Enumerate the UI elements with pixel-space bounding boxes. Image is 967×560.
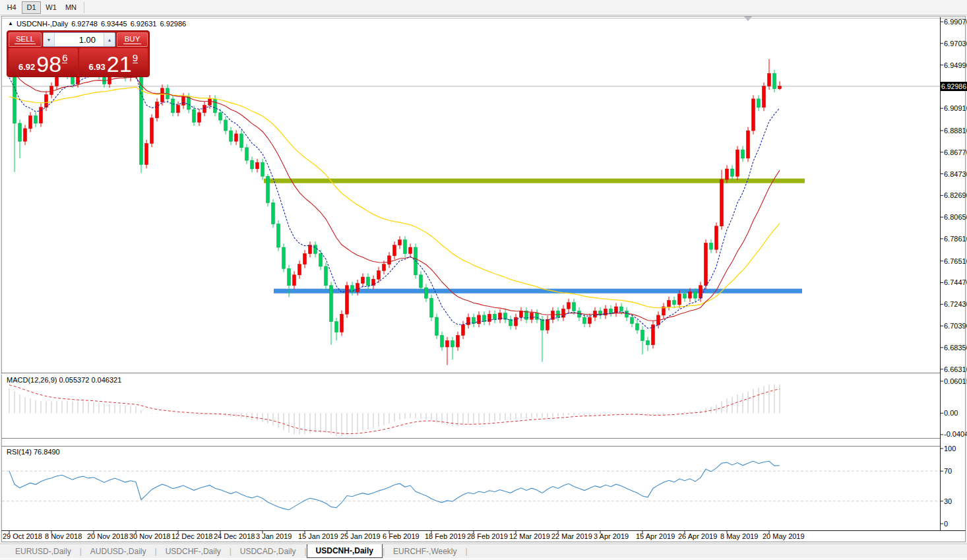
price-tick-label: 6.99070 [944, 18, 967, 26]
timeframe-button-d1[interactable]: D1 [22, 1, 41, 14]
collapse-panel-icon[interactable]: ▲ [8, 20, 13, 26]
buy-price-small: 6.93 [89, 62, 106, 72]
price-tick-label: 6.82690 [944, 191, 967, 199]
rsi-label: RSI(14) 76.8490 [7, 448, 60, 456]
date-tick-label: 25 Jan 2019 [340, 532, 381, 540]
chart-tab-usdcad-daily[interactable]: USDCAD-,Daily [232, 544, 305, 558]
price-tick-label: 6.97030 [944, 40, 967, 47]
date-tick-label: 8 May 2019 [720, 532, 758, 540]
date-tick-label: 3 Jan 2019 [256, 532, 292, 540]
ohlc-high: 6.93445 [101, 20, 127, 28]
date-tick-label: 26 Apr 2019 [678, 532, 717, 540]
volume-increase-icon[interactable]: ▲ [104, 33, 115, 46]
date-tick-label: 18 Feb 2019 [425, 532, 466, 540]
ohlc-close: 6.92986 [160, 20, 186, 28]
buy-quote: 6.93 21 9 [79, 48, 148, 77]
price-tick-label: 6.74470 [944, 278, 967, 286]
macd-value-main: 0.055372 [59, 376, 89, 384]
price-tick-label: 6.78610 [944, 235, 967, 243]
price-tick-label: 6.76510 [944, 257, 967, 265]
date-tick-label: 3 Apr 2019 [594, 532, 629, 540]
date-tick-label: 8 Nov 2018 [45, 532, 82, 540]
date-tick-label: 20 May 2019 [763, 532, 805, 540]
chart-symbol-period: USDCNH-,Daily [16, 20, 68, 28]
price-tick-label: 6.90910 [944, 104, 967, 112]
date-tick-label: 28 Feb 2019 [467, 532, 508, 540]
volume-spinner: ▼ ▲ [43, 32, 115, 47]
macd-tick-label: 0.060159 [944, 377, 967, 385]
timeframe-toolbar: H4D1W1MN [0, 0, 967, 15]
date-tick-label: 24 Dec 2018 [214, 532, 255, 540]
price-tick-label: 6.80650 [944, 213, 967, 221]
date-tick-label: 15 Apr 2019 [636, 532, 675, 540]
volume-input[interactable] [55, 33, 104, 46]
volume-decrease-icon[interactable]: ▼ [44, 33, 55, 46]
rsi-tick-label: 100 [944, 445, 956, 452]
chart-window[interactable] [1, 16, 966, 542]
sell-price-small: 6.92 [18, 62, 35, 72]
toolbar-separator [84, 2, 84, 13]
macd-tick-label: -0.040407 [944, 430, 967, 438]
one-click-trade-panel: SELL ▼ ▲ BUY 6.92 98 6 6.93 21 9 [7, 30, 150, 77]
chart-tab-bar: EURUSD-,Daily|AUDUSD-,Daily|USDCHF-,Dail… [0, 544, 967, 558]
macd-tick-label: 0.00 [944, 409, 958, 417]
sell-button[interactable]: SELL [9, 32, 42, 47]
buy-price-pip: 9 [133, 53, 138, 63]
price-tick-label: 6.86770 [944, 148, 967, 156]
current-price-label: 6.92986 [941, 82, 967, 91]
date-tick-label: 29 Oct 2018 [3, 532, 42, 540]
chart-shift-marker-icon [744, 16, 752, 21]
sell-price-big: 98 [36, 54, 61, 74]
chart-tab-eurusd-daily[interactable]: EURUSD-,Daily [7, 544, 80, 558]
buy-button[interactable]: BUY [117, 32, 148, 47]
price-tick-label: 6.72430 [944, 300, 967, 308]
date-tick-label: 15 Jan 2019 [298, 532, 338, 540]
price-tick-label: 6.68350 [944, 344, 967, 352]
chart-tab-audusd-daily[interactable]: AUDUSD-,Daily [82, 544, 155, 558]
date-tick-label: 30 Nov 2018 [129, 532, 170, 540]
date-tick-label: 12 Dec 2018 [172, 532, 212, 540]
timeframe-button-mn[interactable]: MN [61, 1, 80, 14]
price-tick-label: 6.88810 [944, 127, 967, 135]
chart-tab-eurchf-weekly[interactable]: EURCHF-,Weekly [385, 544, 465, 558]
rsi-tick-label: 30 [944, 497, 952, 505]
ohlc-open: 6.92748 [71, 20, 98, 28]
macd-value-signal: 0.046321 [91, 376, 121, 384]
macd-label: MACD(12,26,9) 0.055372 0.046321 [7, 376, 121, 384]
price-tick-label: 6.70390 [944, 322, 967, 330]
date-tick-label: 20 Nov 2018 [87, 532, 128, 540]
chart-title: ▲ USDCNH-,Daily 6.92748 6.93445 6.92631 … [8, 20, 186, 28]
price-tick-label: 6.84730 [944, 170, 967, 178]
sell-price-pip: 6 [62, 53, 67, 63]
rsi-value: 76.8490 [34, 448, 60, 456]
tab-separator: | [466, 544, 468, 558]
timeframe-button-w1[interactable]: W1 [42, 1, 61, 14]
price-tick-label: 6.66310 [944, 365, 967, 373]
date-tick-label: 6 Feb 2019 [383, 532, 420, 540]
date-tick-label: 22 Mar 2019 [551, 532, 592, 540]
chart-tab-usdchf-daily[interactable]: USDCHF-,Daily [157, 544, 230, 558]
chart-tab-usdcnh-daily[interactable]: USDCNH-,Daily [307, 544, 383, 558]
price-tick-label: 6.94990 [944, 61, 967, 69]
timeframe-button-h4[interactable]: H4 [2, 1, 21, 14]
rsi-tick-label: 70 [944, 467, 952, 475]
rsi-tick-label: 0 [944, 520, 948, 528]
sell-quote: 6.92 98 6 [9, 48, 78, 77]
buy-price-big: 21 [107, 54, 132, 74]
date-tick-label: 12 Mar 2019 [509, 532, 550, 540]
ohlc-low: 6.92631 [131, 20, 157, 28]
